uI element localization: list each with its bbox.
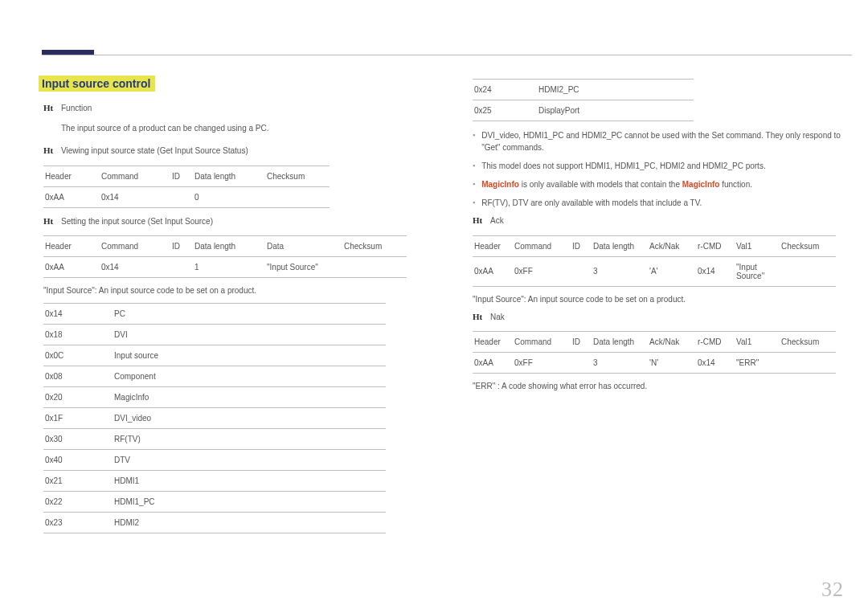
bullet-glyph: Ht — [43, 216, 61, 228]
note: ▪DVI_video, HDMI1_PC and HDMI2_PC cannot… — [473, 129, 849, 153]
td: 3 — [592, 256, 648, 286]
th: Checksum — [780, 332, 836, 353]
td: Component — [113, 366, 386, 387]
table-row: 0x24HDMI2_PC — [473, 80, 694, 100]
magicinfo-term: MagicInfo — [481, 180, 519, 189]
th: Ack/Nak — [648, 235, 696, 256]
item-viewing: Ht Viewing input source state (Get Input… — [43, 145, 420, 157]
td: HDMI2_PC — [537, 80, 694, 100]
th: Header — [473, 235, 513, 256]
note-text: MagicInfo is only available with models … — [481, 178, 752, 190]
td: "ERR" — [735, 353, 780, 374]
td: DisplayPort — [537, 100, 694, 121]
td: 0x14 — [696, 353, 735, 374]
table-row: 0xAA 0x14 1 "Input Source" — [43, 257, 407, 278]
td: 0x25 — [473, 100, 537, 121]
table-set-source: Header Command ID Data length Data Check… — [43, 235, 407, 278]
th: Val1 — [735, 235, 780, 256]
td: 0x14 — [100, 186, 170, 207]
td: HDMI2 — [113, 513, 386, 533]
bullet-icon: ▪ — [473, 197, 475, 209]
td: 0xFF — [513, 256, 571, 286]
note: ▪RF(TV), DTV are only available with mod… — [473, 197, 849, 209]
th: Val1 — [735, 332, 780, 353]
bullet-glyph: Ht — [43, 103, 61, 115]
label-setting: Setting the input source (Set Input Sour… — [61, 216, 213, 228]
th: Data length — [592, 332, 648, 353]
th: Data length — [193, 166, 265, 186]
section-heading: Input source control — [39, 76, 155, 92]
table-row: Header Command ID Data length Ack/Nak r-… — [473, 235, 836, 256]
note-text: RF(TV), DTV are only available with mode… — [481, 197, 702, 209]
table-row: 0x1FDVI_video — [43, 408, 386, 429]
th: Command — [513, 332, 571, 353]
td: 0x18 — [43, 325, 113, 345]
label-ack: Ack — [490, 215, 504, 227]
table-row: 0x30RF(TV) — [43, 429, 386, 450]
td: 'A' — [648, 256, 696, 286]
notes: ▪DVI_video, HDMI1_PC and HDMI2_PC cannot… — [473, 129, 849, 209]
bullet-glyph: Ht — [43, 145, 61, 157]
td: 0xFF — [513, 353, 571, 374]
td: 0x1F — [43, 408, 113, 429]
th: Data length — [592, 235, 648, 256]
item-setting: Ht Setting the input source (Set Input S… — [43, 216, 420, 228]
magicinfo-term: MagicInfo — [682, 180, 720, 189]
td — [780, 256, 836, 286]
bullet-glyph: Ht — [473, 312, 490, 324]
th: r-CMD — [696, 235, 735, 256]
table-row: 0x0CInput source — [43, 345, 386, 366]
table-row: 0x25DisplayPort — [473, 100, 694, 121]
td: 0x14 — [43, 304, 113, 325]
td — [571, 353, 592, 374]
th: Header — [473, 332, 513, 353]
table-source-codes: 0x14PC 0x18DVI 0x0CInput source 0x08Comp… — [43, 303, 386, 533]
td: HDMI1_PC — [113, 492, 386, 513]
table-row: 0x40DTV — [43, 450, 386, 471]
th: ID — [170, 166, 193, 186]
desc-ack: "Input Source": An input source code to … — [473, 295, 849, 304]
th: Data length — [193, 236, 265, 257]
th: Command — [100, 166, 170, 186]
table-row: 0x22HDMI1_PC — [43, 492, 386, 513]
left-column: Input source control Ht Function The inp… — [39, 76, 420, 541]
td: 0x14 — [100, 257, 170, 278]
td: "Input Source" — [265, 257, 342, 278]
table-source-codes-cont: 0x24HDMI2_PC 0x25DisplayPort — [473, 79, 694, 121]
item-ack: Ht Ack — [473, 215, 849, 227]
td: "Input Source" — [735, 256, 780, 286]
th: Header — [43, 166, 100, 186]
bullet-glyph: Ht — [473, 215, 490, 227]
table-row: 0xAA 0xFF 3 'N' 0x14 "ERR" — [473, 353, 836, 374]
td: 0xAA — [473, 256, 513, 286]
table-row: Header Command ID Data length Ack/Nak r-… — [473, 332, 836, 353]
page-number: 32 — [821, 578, 844, 602]
td: 0xAA — [43, 186, 100, 207]
table-row: 0xAA 0x14 0 — [43, 186, 330, 207]
th: Checksum — [342, 236, 407, 257]
th: Header — [43, 236, 100, 257]
label-nak: Nak — [490, 312, 505, 324]
table-row: Header Command ID Data length Checksum — [43, 166, 330, 186]
label-function: Function — [61, 103, 92, 115]
th: Command — [513, 235, 571, 256]
table-row: 0x18DVI — [43, 325, 386, 345]
td: 'N' — [648, 353, 696, 374]
td: 0 — [193, 186, 265, 207]
td: 0x40 — [43, 450, 113, 471]
td: 0x20 — [43, 387, 113, 408]
td: 0x22 — [43, 492, 113, 513]
table-get-status: Header Command ID Data length Checksum 0… — [43, 166, 330, 208]
td: 0x24 — [473, 80, 537, 100]
desc-nak: "ERR" : A code showing what error has oc… — [473, 382, 849, 390]
td — [265, 186, 330, 207]
td: 0xAA — [43, 257, 100, 278]
table-row: 0x23HDMI2 — [43, 513, 386, 533]
td — [780, 353, 836, 374]
item-function: Ht Function — [43, 103, 420, 115]
th: ID — [571, 235, 592, 256]
note: ▪This model does not support HDMI1, HDMI… — [473, 160, 849, 172]
td: 0x23 — [43, 513, 113, 533]
td — [170, 257, 193, 278]
table-row: 0x21HDMI1 — [43, 471, 386, 492]
